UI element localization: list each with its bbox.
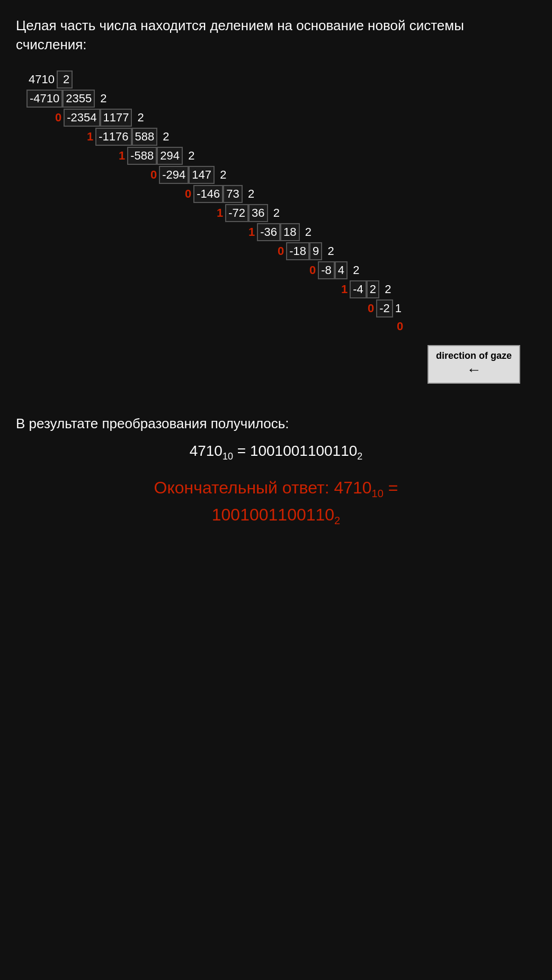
base-cell: 2 — [157, 129, 171, 145]
quotient-cell: 1177 — [100, 109, 132, 127]
table-row: 0 -2354 1177 2 — [53, 109, 536, 127]
quotient-cell: 36 — [248, 204, 268, 222]
intro-text: Целая часть числа находится делением на … — [16, 16, 536, 55]
dividend-cell: -72 — [225, 204, 248, 222]
table-row: 0 -2 1 — [366, 299, 536, 317]
dividend-cell: -146 — [193, 185, 223, 203]
division-table: 4710 2 -4710 2355 2 0 -2354 1177 2 1 -11… — [26, 70, 536, 384]
table-row: 1 -1176 588 2 — [85, 128, 536, 146]
dividend-cell: -18 — [286, 242, 309, 260]
direction-container: direction of gaze ← — [26, 340, 531, 384]
quotient-cell: 2 — [367, 280, 379, 298]
quotient-cell: 294 — [157, 147, 183, 165]
dividend-cell: -2354 — [64, 109, 100, 127]
dividend-cell: -4 — [350, 280, 367, 298]
base-cell: 2 — [243, 186, 256, 202]
base-cell: 2 — [322, 243, 336, 259]
dividend-cell: -36 — [257, 223, 280, 241]
dividend-cell: -588 — [127, 147, 157, 165]
remainder-cell: 1 — [117, 148, 127, 164]
base-cell: 2 — [348, 262, 361, 278]
table-row: 0 -146 73 2 — [183, 185, 536, 203]
table-row: 0 -18 9 2 — [275, 242, 536, 260]
result-section: В результате преобразования получилось: … — [16, 405, 536, 528]
direction-label: direction of gaze — [436, 350, 512, 361]
remainder-cell: 0 — [366, 301, 376, 316]
quotient-cell: 9 — [309, 242, 322, 260]
remainder-cell: 1 — [339, 281, 350, 297]
table-row: 1 -36 18 2 — [246, 223, 536, 241]
table-row: 1 -72 36 2 — [215, 204, 536, 222]
table-row: 1 -588 294 2 — [117, 147, 536, 165]
remainder-cell: 0 — [307, 262, 318, 278]
quotient-cell: 2355 — [63, 90, 95, 108]
remainder-cell: 1 — [215, 205, 225, 221]
remainder-cell: 1 — [246, 224, 257, 240]
remainder-cell: 0 — [275, 243, 286, 259]
base-cell: 2 — [215, 167, 228, 183]
table-row: 1 -4 2 2 — [339, 280, 536, 298]
base-cell: 2 — [95, 91, 109, 107]
formula-display: 471010 = 10010011001102 — [16, 443, 536, 462]
base-cell: 2 — [268, 205, 282, 221]
intro-section: Целая часть числа находится делением на … — [16, 16, 536, 55]
dividend-cell: -8 — [318, 261, 335, 279]
direction-of-gaze-box: direction of gaze ← — [428, 345, 520, 384]
base-cell: 2 — [183, 148, 197, 164]
quotient-cell: 1 — [393, 301, 404, 316]
quotient-cell: 18 — [280, 223, 299, 241]
final-answer-display: Окончательный ответ: 471010 =10010011001… — [16, 475, 536, 528]
remainder-cell: 0 — [183, 186, 193, 202]
dividend-cell: -1176 — [95, 128, 131, 146]
table-row: 0 -294 147 2 — [148, 166, 536, 184]
table-row: 4710 2 — [26, 70, 536, 89]
result-intro-text: В результате преобразования получилось: — [16, 416, 536, 432]
quotient-cell: 4 — [335, 261, 348, 279]
remainder-cell: 0 — [148, 167, 159, 183]
table-row: 0 -8 4 2 — [307, 261, 536, 279]
base-cell: 2 — [57, 70, 73, 89]
quotient-cell: 147 — [189, 166, 215, 184]
base-cell: 2 — [379, 281, 393, 297]
dividend-cell: 4710 — [26, 72, 57, 87]
dividend-cell: -2 — [376, 299, 393, 317]
table-row: 0 — [395, 319, 536, 334]
quotient-cell: 73 — [223, 185, 242, 203]
remainder-cell: 0 — [53, 110, 64, 126]
remainder-cell: 0 — [395, 319, 405, 334]
quotient-cell: 588 — [132, 128, 158, 146]
dividend-cell: -4710 — [26, 90, 63, 108]
remainder-cell: 1 — [85, 129, 95, 145]
base-cell: 2 — [300, 224, 314, 240]
base-cell: 2 — [132, 110, 146, 126]
direction-arrow-icon: ← — [436, 361, 512, 378]
table-row: -4710 2355 2 — [26, 90, 536, 108]
dividend-cell: -294 — [159, 166, 189, 184]
